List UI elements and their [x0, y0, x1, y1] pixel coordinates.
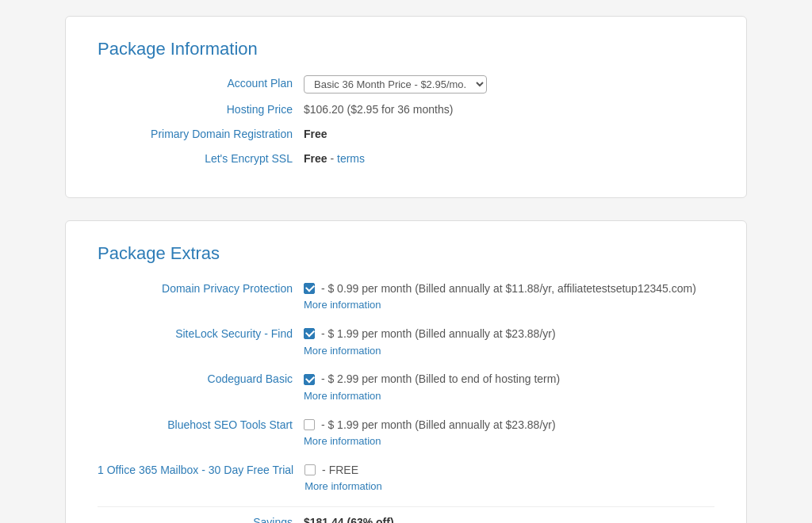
hosting-price-label: Hosting Price	[98, 101, 304, 118]
office365-text: - FREE	[319, 461, 358, 479]
hosting-price-row: Hosting Price $106.20 ($2.95 for 36 mont…	[98, 101, 714, 118]
ssl-row: Let's Encrypt SSL Free - terms	[98, 151, 714, 167]
summary-divider	[98, 506, 714, 507]
sitelock-row: SiteLock Security - Find - $ 1.99 per mo…	[98, 325, 714, 359]
domain-privacy-text: - $ 0.99 per month (Billed annually at $…	[318, 280, 696, 297]
codeguard-row: Codeguard Basic - $ 2.99 per month (Bill…	[98, 370, 714, 404]
seo-tools-more-info-link[interactable]: More information	[304, 433, 556, 450]
account-plan-select[interactable]: Basic 36 Month Price - $2.95/mo.	[304, 75, 487, 94]
codeguard-more-info-link[interactable]: More information	[304, 388, 560, 405]
ssl-value: Free - terms	[304, 151, 365, 167]
office365-row: 1 Office 365 Mailbox - 30 Day Free Trial…	[98, 461, 714, 495]
savings-value: $181.44 (63% off)	[304, 513, 394, 523]
primary-domain-label: Primary Domain Registration	[98, 126, 304, 143]
ssl-terms-link[interactable]: terms	[337, 152, 365, 165]
account-plan-value: Basic 36 Month Price - $2.95/mo.	[304, 75, 487, 94]
hosting-price-value: $106.20 ($2.95 for 36 months)	[304, 101, 453, 118]
package-information-card: Package Information Account Plan Basic 3…	[65, 16, 747, 198]
office365-checkbox[interactable]	[304, 464, 316, 475]
package-info-title: Package Information	[98, 39, 714, 59]
seo-tools-row: Bluehost SEO Tools Start - $ 1.99 per mo…	[98, 416, 714, 450]
sitelock-label: SiteLock Security - Find	[98, 325, 304, 342]
codeguard-text: - $ 2.99 per month (Billed to end of hos…	[318, 370, 560, 387]
package-extras-card: Package Extras Domain Privacy Protection…	[65, 220, 747, 523]
domain-privacy-row: Domain Privacy Protection - $ 0.99 per m…	[98, 280, 714, 314]
office365-value: - FREE More information	[304, 461, 382, 495]
office365-more-info-link[interactable]: More information	[304, 479, 382, 495]
seo-tools-checkbox[interactable]	[304, 419, 315, 430]
codeguard-checkbox[interactable]	[304, 374, 315, 385]
sitelock-more-info-link[interactable]: More information	[304, 343, 556, 360]
sitelock-checkbox[interactable]	[304, 328, 315, 339]
office365-label: 1 Office 365 Mailbox - 30 Day Free Trial	[98, 461, 304, 479]
primary-domain-row: Primary Domain Registration Free	[98, 126, 714, 143]
account-plan-label: Account Plan	[98, 75, 304, 92]
domain-privacy-more-info-link[interactable]: More information	[304, 297, 696, 314]
domain-privacy-label: Domain Privacy Protection	[98, 280, 304, 297]
seo-tools-text: - $ 1.99 per month (Billed annually at $…	[318, 416, 556, 433]
primary-domain-value: Free	[304, 126, 327, 143]
package-extras-title: Package Extras	[98, 243, 714, 264]
domain-privacy-checkbox[interactable]	[304, 283, 315, 294]
savings-label: Savings	[98, 513, 304, 523]
sitelock-value: - $ 1.99 per month (Billed annually at $…	[304, 325, 556, 359]
codeguard-label: Codeguard Basic	[98, 370, 304, 387]
savings-row: Savings $181.44 (63% off)	[98, 513, 714, 523]
account-plan-row: Account Plan Basic 36 Month Price - $2.9…	[98, 75, 714, 94]
codeguard-value: - $ 2.99 per month (Billed to end of hos…	[304, 370, 560, 404]
seo-tools-label: Bluehost SEO Tools Start	[98, 416, 304, 433]
ssl-label: Let's Encrypt SSL	[98, 151, 304, 167]
domain-privacy-value: - $ 0.99 per month (Billed annually at $…	[304, 280, 696, 314]
sitelock-text: - $ 1.99 per month (Billed annually at $…	[318, 325, 556, 342]
seo-tools-value: - $ 1.99 per month (Billed annually at $…	[304, 416, 556, 450]
